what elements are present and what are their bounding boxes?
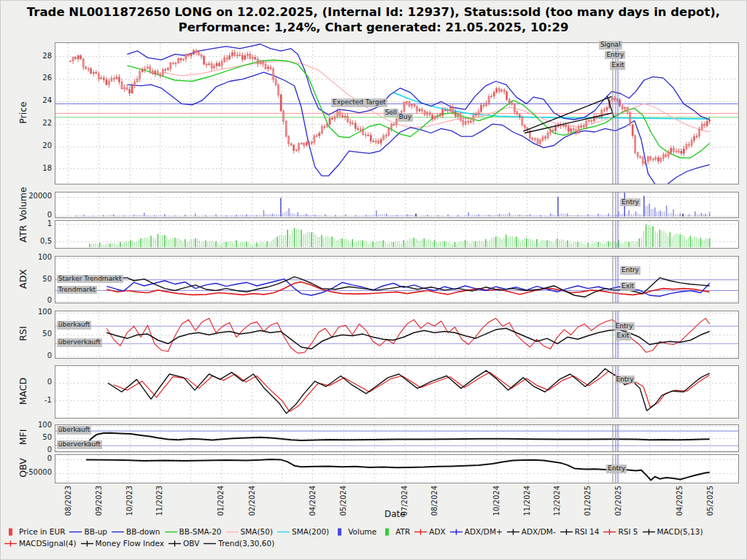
- legend-row-2: MACDSignal(4)Money Flow IndexOBVTrend(3,…: [4, 539, 745, 548]
- legend-label: OBV: [183, 539, 199, 548]
- annotation-entry: Entry: [620, 198, 640, 207]
- y-tick-price: 28: [15, 52, 52, 60]
- legend-label: MACDSignal(4): [19, 539, 77, 548]
- x-tick-02-2025: 02/2025: [614, 486, 622, 516]
- x-tick-10-2023: 10/2023: [125, 486, 133, 516]
- legend-item-adx: ADX: [414, 527, 445, 536]
- legend-row-1: Price in EURBB-upBB-downBB-SMA-20SMA(50)…: [4, 527, 745, 536]
- legend-marker-plus-icon: [507, 528, 519, 536]
- annotation-entry: Entry: [615, 376, 635, 384]
- legend-item-macdsignal-4-: MACDSignal(4): [4, 539, 77, 548]
- panel-macd: [55, 365, 739, 419]
- panel-obv: [55, 454, 739, 483]
- annotation--berkauft: überkauft: [57, 321, 91, 330]
- x-tick-08-2024: 08/2024: [430, 486, 438, 516]
- legend-label: ATR: [395, 527, 410, 536]
- x-tick-01-2024: 01/2024: [217, 486, 225, 516]
- x-tick-05-2024: 05/2024: [339, 486, 347, 516]
- y-axis-title-price: Price: [18, 65, 28, 160]
- legend-item-trend-3-30-60-: Trend(3,30,60): [204, 539, 274, 548]
- legend-item-obv: OBV: [169, 539, 199, 548]
- legend-label: RSI 14: [575, 527, 600, 536]
- x-tick-02-2024: 02/2024: [248, 486, 256, 516]
- legend-item-atr: ATR: [381, 527, 410, 536]
- legend-marker-plus-icon: [81, 540, 93, 548]
- legend-marker-sq-icon: [4, 528, 17, 536]
- legend-marker-line-icon: [165, 528, 177, 536]
- x-tick-11-2024: 11/2024: [523, 486, 531, 516]
- x-tick-04-2025: 04/2025: [676, 486, 684, 516]
- x-tick-11-2023: 11/2023: [155, 486, 163, 516]
- x-tick-04-2024: 04/2024: [309, 486, 317, 516]
- legend-label: ADX: [429, 527, 445, 536]
- legend-label: BB-SMA-20: [179, 527, 222, 536]
- legend-item-bb-down: BB-down: [112, 527, 160, 536]
- annotation-trendmarkt: Trendmarkt: [57, 286, 97, 295]
- legend-label: Money Flow Index: [96, 539, 164, 548]
- legend-marker-line-icon: [226, 528, 239, 536]
- panel-adx: [55, 256, 739, 303]
- legend-item-sma-200-: SMA(200): [277, 527, 329, 536]
- legend-item-rsi-14: RSI 14: [560, 527, 600, 536]
- legend-label: RSI 5: [618, 527, 638, 536]
- legend-item-sma-50-: SMA(50): [226, 527, 273, 536]
- legend-marker-line-icon: [277, 528, 290, 536]
- legend-item-price-in-eur: Price in EUR: [4, 527, 65, 536]
- annotation-entry: Entry: [606, 464, 627, 473]
- x-tick-07-2024: 07/2024: [400, 486, 409, 516]
- legend-marker-plus-icon: [603, 528, 616, 536]
- x-tick-09-2023: 09/2023: [95, 486, 103, 516]
- annotation-exit: Exit: [615, 332, 630, 341]
- legend-item-bb-up: BB-up: [69, 527, 107, 536]
- legend-marker-plus-icon: [643, 528, 655, 536]
- legend-marker-line-icon: [69, 528, 82, 536]
- legend-marker-plus-icon: [169, 540, 181, 548]
- annotation-signal: Signal: [599, 41, 622, 50]
- legend-label: SMA(200): [292, 527, 329, 536]
- x-tick-08-2023: 08/2023: [64, 486, 72, 516]
- legend-item-money-flow-index: Money Flow Index: [81, 539, 164, 548]
- legend-marker-sq-icon: [381, 528, 393, 536]
- legend-marker-plus-icon: [4, 540, 17, 548]
- legend-marker-sq-icon: [333, 528, 346, 536]
- x-tick-05-2025: 05/2025: [706, 486, 714, 516]
- legend-item-bb-sma-20: BB-SMA-20: [165, 527, 222, 536]
- panel-atr: [55, 220, 739, 249]
- legend-marker-plus-icon: [414, 528, 427, 536]
- annotation-starker-trendmarkt: Starker Trendmarkt: [57, 275, 123, 284]
- legend-label: BB-up: [84, 527, 107, 536]
- legend-marker-plus-icon: [560, 528, 573, 536]
- legend-label: Volume: [348, 527, 376, 536]
- annotation--berverkauft: überverkauft: [57, 440, 102, 449]
- y-axis-title-obv: OBV: [18, 421, 28, 516]
- legend-item-rsi-5: RSI 5: [603, 527, 638, 536]
- legend-label: ADX/DM-: [522, 527, 556, 536]
- legend-label: MACD(5,13): [657, 527, 703, 536]
- legend-marker-line-icon: [204, 540, 216, 548]
- annotation-expected-target: Expected Target: [331, 98, 387, 107]
- legend-marker-line-icon: [112, 528, 124, 536]
- legend-label: SMA(50): [241, 527, 273, 536]
- panel-rsi: [55, 311, 739, 359]
- legend-label: BB-down: [126, 527, 160, 536]
- annotation-entry: Entry: [620, 266, 640, 275]
- legend-label: Price in EUR: [19, 527, 65, 536]
- annotation-exit: Exit: [610, 61, 625, 70]
- panel-mfi: [55, 424, 739, 452]
- legend-item-adx-dm-: ADX/DM+: [450, 527, 503, 536]
- chart-legend: Price in EURBB-upBB-downBB-SMA-20SMA(50)…: [4, 527, 745, 551]
- annotation-exit: Exit: [620, 282, 635, 291]
- annotation--berkauft: überkauft: [57, 426, 91, 435]
- legend-item-macd-5-13-: MACD(5,13): [643, 527, 703, 536]
- annotation--berverkauft: überverkauft: [57, 338, 102, 347]
- trade-chart-figure: Trade NL0011872650 LONG on 12.02.2025, (…: [0, 0, 747, 560]
- annotation-sell: Sell: [384, 109, 398, 117]
- x-tick-01-2025: 01/2025: [584, 486, 592, 516]
- legend-label: Trend(3,30,60): [218, 539, 274, 548]
- x-tick-12-2024: 12/2024: [553, 486, 561, 516]
- legend-item-volume: Volume: [333, 527, 376, 536]
- legend-item-adx-dm-: ADX/DM-: [507, 527, 556, 536]
- annotation-entry: Entry: [614, 322, 635, 331]
- legend-marker-plus-icon: [450, 528, 462, 536]
- annotation-buy: Buy: [398, 113, 413, 122]
